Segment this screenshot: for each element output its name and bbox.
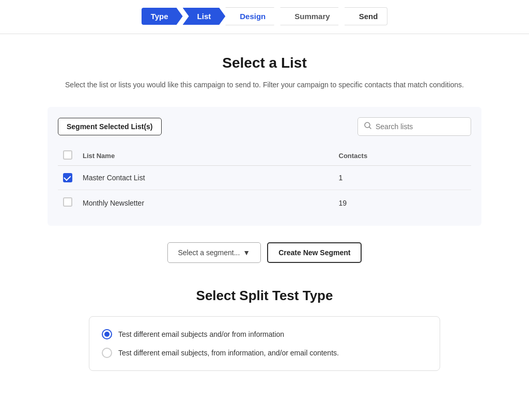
split-test-options: Test different email subjects and/or fro… [89,316,440,371]
create-new-segment-button[interactable]: Create New Segment [267,242,362,263]
split-test-option-2[interactable]: Test different email subjects, from info… [102,348,427,358]
table-row: Monthly Newsletter 19 [58,190,471,216]
split-test-option-1-label: Test different email subjects and/or fro… [118,330,284,338]
svg-line-1 [369,127,371,129]
row1-list-name: Master Contact List [77,166,334,190]
step-summary-label: Summary [294,12,330,21]
split-test-option-2-label: Test different email subjects, from info… [118,349,339,357]
row1-checkbox[interactable] [63,173,72,182]
page-title: Select a List [48,55,481,71]
select-segment-label: Select a segment... [178,248,240,257]
segment-selected-button[interactable]: Segment Selected List(s) [58,118,162,135]
chevron-down-icon: ▼ [243,248,250,257]
header-list-name: List Name [77,146,334,166]
select-segment-button[interactable]: Select a segment... ▼ [167,242,261,263]
table-row: Master Contact List 1 [58,166,471,190]
row1-contacts: 1 [334,166,472,190]
select-all-checkbox[interactable] [63,150,72,160]
radio-option-2-button[interactable] [102,348,112,358]
wizard-step-summary[interactable]: Summary [280,7,344,25]
wizard-step-design[interactable]: Design [225,7,280,25]
row2-checkbox[interactable] [63,197,72,207]
row2-list-name: Monthly Newsletter [77,190,334,216]
wizard-nav: Type List Design Summary Send [0,0,529,34]
header-checkbox-col [58,146,77,166]
row2-checkbox-cell [58,190,77,216]
wizard-step-type[interactable]: Type [142,8,183,25]
row1-checkbox-cell [58,166,77,190]
search-input[interactable] [376,122,464,131]
step-type-label: Type [151,12,168,21]
row2-contacts: 19 [334,190,472,216]
list-selector-header: Segment Selected List(s) [58,117,471,136]
header-contacts: Contacts [334,146,472,166]
split-test-option-1[interactable]: Test different email subjects and/or fro… [102,329,427,339]
step-list-label: List [197,12,211,21]
wizard-step-send[interactable]: Send [345,7,388,25]
search-box [357,117,471,136]
radio-option-1-button[interactable] [102,329,112,339]
wizard-step-list[interactable]: List [183,8,226,25]
step-send-label: Send [359,12,378,21]
search-icon [364,122,371,131]
split-test-section: Select Split Test Type Test different em… [48,288,481,371]
list-table: List Name Contacts Master Contact List 1 [58,146,471,215]
main-content: Select a List Select the list or lists y… [37,34,492,392]
step-design-label: Design [240,12,266,21]
segment-actions: Select a segment... ▼ Create New Segment [48,242,481,263]
wizard-steps: Type List Design Summary Send [142,7,388,25]
split-test-title: Select Split Test Type [48,288,481,304]
page-description: Select the list or lists you would like … [48,80,481,90]
list-selector: Segment Selected List(s) [48,107,481,226]
